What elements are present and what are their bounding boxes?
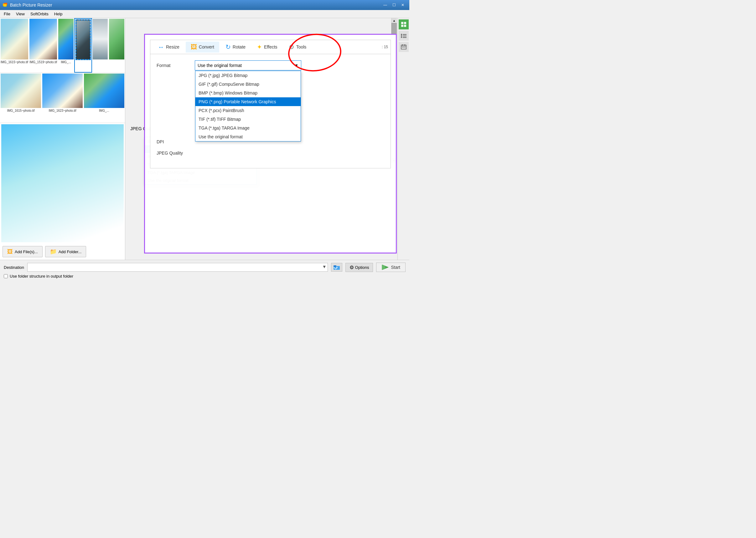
tab-tools[interactable]: ⚙ Tools	[284, 41, 312, 53]
calendar-icon	[401, 44, 407, 50]
option-bmp[interactable]: BMP (*.bmp) Windows Bitmap	[196, 88, 301, 97]
start-label: Start	[391, 265, 400, 270]
option-jpg[interactable]: JPG (*.jpg) JPEG Bitmap	[196, 71, 301, 80]
svg-rect-4	[404, 22, 406, 24]
thumb-img-3	[58, 19, 74, 59]
folder-structure-label: Use folder structure in output folder	[10, 274, 73, 279]
add-files-button[interactable]: 🖼 Add File(s)...	[3, 246, 43, 257]
options-label: Options	[355, 265, 369, 270]
thumb-label-2: IMG_1519~photo.tif	[29, 60, 57, 64]
thumb-6[interactable]	[108, 18, 125, 73]
list-icon	[401, 33, 407, 38]
option-pcx[interactable]: PCX (*.pcx) PaintBrush	[196, 106, 301, 115]
title-bar: Batch Picture Resizer — ☐ ✕	[0, 0, 409, 10]
thumb-img-6	[109, 19, 124, 59]
main-container: IMG_1615~photo.tif IMG_1519~photo.tif IM…	[0, 18, 409, 260]
add-folder-button[interactable]: 📁 Add Folder...	[45, 246, 87, 257]
destination-dropdown-arrow[interactable]: ▼	[322, 264, 327, 269]
tab-rotate-label: Rotate	[233, 44, 246, 49]
svg-point-7	[401, 34, 402, 35]
start-icon	[381, 264, 389, 270]
tab-rotate[interactable]: ↻ Rotate	[220, 41, 251, 53]
destination-label: Destination	[4, 265, 24, 270]
svg-rect-3	[401, 22, 403, 24]
add-folder-label: Add Folder...	[59, 249, 82, 254]
add-folder-icon: 📁	[50, 248, 57, 255]
start-button[interactable]: Start	[376, 263, 406, 272]
menu-help[interactable]: Help	[52, 11, 65, 17]
svg-rect-16	[404, 44, 405, 46]
thumb-4-selected[interactable]	[74, 18, 92, 73]
resize-icon: ↔	[158, 43, 164, 51]
format-row: Format Use the original format ▼ JPG (*.…	[156, 60, 384, 71]
svg-rect-17	[402, 47, 403, 48]
options-button[interactable]: ⚙ Options	[345, 263, 373, 272]
thumb-3[interactable]: IMG_...	[58, 18, 74, 73]
overlay-convert-panel: ↔ Resize 🖼 Convert ↻ Rotate ✦ Effects ⚙	[144, 34, 397, 253]
browse-icon	[333, 264, 340, 270]
thumb-img-1	[1, 19, 28, 59]
option-tga[interactable]: TGA (*.tga) TARGA Image	[196, 124, 301, 133]
tab-convert-label: Convert	[199, 44, 214, 49]
side-icon-1[interactable]	[399, 20, 409, 29]
close-button[interactable]: ✕	[399, 2, 407, 9]
svg-rect-5	[401, 25, 403, 27]
thumb-label-9: IMG_...	[84, 109, 124, 112]
menu-softorbits[interactable]: SoftOrbits	[28, 11, 51, 17]
minimize-button[interactable]: —	[381, 2, 389, 9]
tab-convert[interactable]: 🖼 Convert	[186, 42, 219, 53]
add-files-label: Add File(s)...	[15, 249, 38, 254]
menu-view[interactable]: View	[14, 11, 27, 17]
thumb-7[interactable]: IMG_1615~photo.tif	[0, 73, 42, 123]
svg-point-9	[401, 35, 402, 37]
maximize-button[interactable]: ☐	[390, 2, 398, 9]
svg-rect-2	[3, 4, 7, 7]
effects-icon: ✦	[257, 43, 262, 51]
thumb-img-4	[76, 20, 91, 60]
convert-content: Format Use the original format ▼ JPG (*.…	[150, 54, 391, 168]
thumb-img-7	[1, 74, 41, 108]
menu-bar: File View SoftOrbits Help	[0, 10, 409, 18]
tools-icon: ⚙	[289, 43, 294, 51]
folder-structure-checkbox[interactable]	[4, 274, 8, 278]
thumb-label-8: IMG_1623~photo.tif	[42, 109, 83, 112]
scroll-up-btn[interactable]: ▲	[391, 18, 397, 23]
thumb-9[interactable]: IMG_...	[83, 73, 125, 123]
format-dropdown[interactable]: Use the original format ▼ JPG (*.jpg) JP…	[195, 60, 301, 71]
thumb-img-9	[84, 74, 124, 108]
dropdown-arrow: ▼	[295, 63, 298, 68]
menu-file[interactable]: File	[1, 11, 13, 17]
svg-rect-10	[403, 36, 406, 36]
thumbnail-row-1: IMG_1615~photo.tif IMG_1519~photo.tif IM…	[0, 18, 125, 73]
option-png[interactable]: PNG (*.png) Portable Network Graphics	[196, 97, 301, 106]
format-label: Format	[156, 63, 191, 68]
jpeg-quality-row: JPEG Quality	[156, 150, 384, 156]
thumbnail-row-2: IMG_1615~photo.tif IMG_1623~photo.tif IM…	[0, 73, 125, 123]
thumb-2[interactable]: IMG_1519~photo.tif	[29, 18, 58, 73]
svg-rect-8	[403, 34, 406, 35]
svg-rect-12	[403, 37, 406, 38]
tab-effects[interactable]: ✦ Effects	[252, 41, 282, 53]
dpi-label: DPI	[156, 139, 191, 144]
thumb-5[interactable]	[92, 18, 109, 73]
side-icon-2[interactable]	[399, 31, 409, 41]
svg-rect-19	[405, 47, 405, 48]
format-value: Use the original format	[198, 63, 242, 68]
option-tif[interactable]: TIF (*.tif) TIFF Bitmap	[196, 115, 301, 124]
thumb-8[interactable]: IMG_1623~photo.tif	[42, 73, 83, 123]
side-icon-panel	[397, 18, 409, 260]
svg-rect-6	[404, 25, 406, 27]
thumb-img-5	[93, 19, 108, 59]
browse-button[interactable]	[331, 263, 342, 272]
destination-field-wrap: ▼	[27, 263, 328, 272]
tab-resize[interactable]: ↔ Resize	[153, 42, 185, 53]
option-original[interactable]: Use the original format	[196, 133, 301, 141]
add-files-icon: 🖼	[7, 248, 13, 255]
option-gif[interactable]: GIF (*.gif) CompuServe Bitmap	[196, 80, 301, 88]
overlay-tab-bar: ↔ Resize 🖼 Convert ↻ Rotate ✦ Effects ⚙	[150, 40, 391, 54]
thumb-img-2	[29, 19, 57, 59]
side-icon-3[interactable]	[399, 42, 409, 52]
destination-input[interactable]	[27, 263, 328, 272]
tab-resize-label: Resize	[166, 44, 179, 49]
thumb-1[interactable]: IMG_1615~photo.tif	[0, 18, 29, 73]
